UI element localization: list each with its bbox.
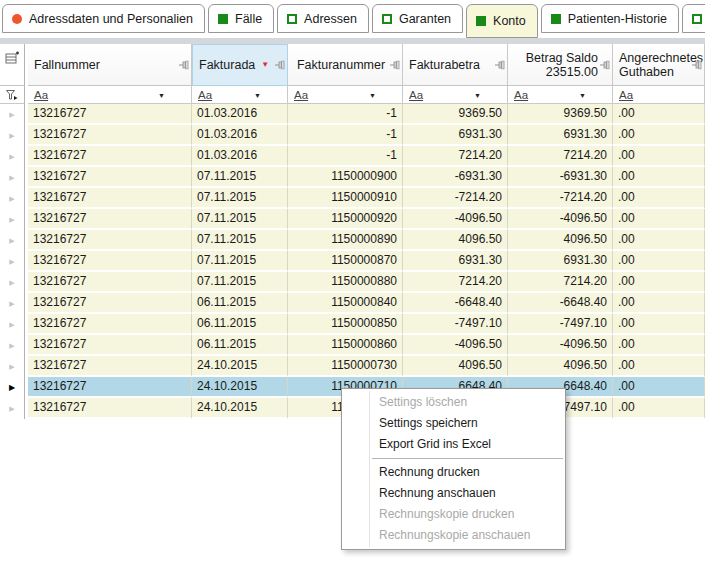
tab-patienten-historie[interactable]: Patienten-Historie [541, 4, 679, 33]
pin-column-icon[interactable] [692, 60, 703, 69]
table-row[interactable]: ▶1321672707.11.20151150000910-7214.20-72… [0, 188, 705, 209]
cell-fakturanummer: -1 [288, 146, 403, 167]
cell-betrag-saldo: -6648.40 [508, 293, 613, 314]
tab-label: Adressdaten und Personalien [29, 12, 193, 26]
filter-cell-fakturanummer[interactable]: Aa▼ [288, 86, 403, 104]
filter-cell-betrag-saldo[interactable]: Aa▼ [508, 86, 613, 104]
column-header-angerechnetes-guthaben[interactable]: AngerechnetesGuthaben [613, 44, 705, 86]
cell-fallnummer: 13216727 [28, 188, 192, 209]
table-row[interactable]: ▶1321672701.03.2016-19369.509369.50.00 [0, 104, 705, 125]
table-row[interactable]: ▶1321672724.10.201511500007304096.504096… [0, 356, 705, 377]
pin-column-icon[interactable] [495, 60, 506, 69]
row-indicator: ▶ [0, 125, 25, 146]
cell-fakturadatum: 24.10.2015 [192, 398, 288, 419]
table-row[interactable]: ▶1321672707.11.201511500008807214.207214… [0, 272, 705, 293]
table-row[interactable]: ▶1321672706.11.20151150000840-6648.40-66… [0, 293, 705, 314]
table-row[interactable]: ▶1321672707.11.201511500008904096.504096… [0, 230, 705, 251]
table-row[interactable]: ▶1321672707.11.201511500008706931.306931… [0, 251, 705, 272]
filter-row-button[interactable] [0, 86, 25, 104]
green-filled-square-icon [218, 14, 228, 24]
filter-dropdown-icon[interactable]: ▼ [474, 91, 481, 98]
cell-angerechnetes-guthaben: .00 [613, 377, 705, 398]
filter-cell-fallnummer[interactable]: Aa▼ [28, 86, 192, 104]
filter-dropdown-icon[interactable]: ▼ [579, 91, 586, 98]
cell-fallnummer: 13216727 [28, 356, 192, 377]
table-row[interactable]: ▶1321672707.11.20151150000920-4096.50-40… [0, 209, 705, 230]
menu-item-rechnungskopie-drucken: Rechnungskopie drucken [342, 504, 565, 525]
tab-garanten[interactable]: Garanten [372, 4, 463, 33]
menu-item-settings-löschen: Settings löschen [342, 392, 565, 413]
cell-fakturadatum: 07.11.2015 [192, 272, 288, 293]
cell-fakturanummer: 1150000890 [288, 230, 403, 251]
pin-column-icon[interactable] [179, 60, 190, 69]
cell-betrag-saldo: 4096.50 [508, 356, 613, 377]
filter-dropdown-icon[interactable]: ▼ [254, 91, 261, 98]
cell-angerechnetes-guthaben: .00 [613, 335, 705, 356]
filter-cell-fakturadatum[interactable]: Aa▼ [192, 86, 288, 104]
cell-betrag-saldo: -7214.20 [508, 188, 613, 209]
cell-fakturabetrag: 7214.20 [403, 146, 508, 167]
filter-dropdown-icon[interactable]: ▼ [369, 91, 376, 98]
column-header-fallnummer[interactable]: Fallnummer [28, 44, 192, 86]
grid-header-row: FallnummerFakturada▼FakturanummerFaktura… [0, 44, 705, 86]
cell-fakturanummer: 1150000870 [288, 251, 403, 272]
menu-item-rechnung-drucken[interactable]: Rechnung drucken [342, 462, 565, 483]
cell-angerechnetes-guthaben: .00 [613, 167, 705, 188]
cell-fallnummer: 13216727 [28, 251, 192, 272]
row-arrow-icon: ▶ [9, 300, 14, 307]
menu-item-export-grid-ins-excel[interactable]: Export Grid ins Excel [342, 434, 565, 455]
grid-rows: ▶1321672701.03.2016-19369.509369.50.00▶1… [0, 104, 705, 419]
table-row[interactable]: ▶1321672706.11.20151150000860-4096.50-40… [0, 335, 705, 356]
table-row[interactable]: ▶1321672701.03.2016-17214.207214.20.00 [0, 146, 705, 167]
cell-fallnummer: 13216727 [28, 335, 192, 356]
cell-fakturabetrag: 6931.30 [403, 251, 508, 272]
table-row[interactable]: ▶1321672707.11.20151150000900-6931.30-69… [0, 167, 705, 188]
filter-cell-angerechnetes-guthaben[interactable]: Aa [613, 86, 705, 104]
text-filter-aa-icon: Aa [198, 89, 212, 101]
tab-adressdaten-und-personalien[interactable]: Adressdaten und Personalien [2, 4, 205, 33]
filter-dropdown-icon[interactable]: ▼ [158, 91, 165, 98]
cell-fakturanummer: -1 [288, 125, 403, 146]
cell-fallnummer: 13216727 [28, 272, 192, 293]
tab-label: Garanten [399, 12, 451, 26]
cell-fakturanummer: 1150000840 [288, 293, 403, 314]
tab-zugeordnet[interactable]: Zugeordnet [682, 4, 705, 33]
tab-konto[interactable]: Konto [466, 4, 538, 38]
column-header-label: Fakturanummer [297, 58, 385, 72]
text-filter-aa-icon: Aa [409, 89, 423, 101]
table-row[interactable]: ▶1321672706.11.20151150000850-7497.10-74… [0, 314, 705, 335]
cell-angerechnetes-guthaben: .00 [613, 104, 705, 125]
table-row[interactable]: ▶1321672701.03.2016-16931.306931.30.00 [0, 125, 705, 146]
tab-adressen[interactable]: Adressen [277, 4, 369, 33]
tab-label: Fälle [235, 12, 262, 26]
pin-column-icon[interactable] [600, 60, 611, 69]
konto-window: Adressdaten und PersonalienFälleAdressen… [0, 0, 705, 580]
row-arrow-icon: ▶ [9, 216, 14, 223]
menu-item-rechnung-anschauen[interactable]: Rechnung anschauen [342, 483, 565, 504]
row-indicator: ▶ [0, 188, 25, 209]
column-header-label: Angerechnetes [619, 51, 703, 65]
column-header-fakturanummer[interactable]: Fakturanummer [288, 44, 403, 86]
column-header-label: Guthaben [619, 65, 674, 79]
row-arrow-icon: ▶ [9, 174, 14, 181]
cell-fakturabetrag: 6931.30 [403, 125, 508, 146]
cell-fakturanummer: 1150000900 [288, 167, 403, 188]
cell-fakturabetrag: -6648.40 [403, 293, 508, 314]
grid-customize-button[interactable] [0, 44, 25, 86]
cell-fakturabetrag: -4096.50 [403, 335, 508, 356]
cell-betrag-saldo: 9369.50 [508, 104, 613, 125]
row-arrow-icon: ▶ [9, 363, 14, 370]
filter-cell-fakturabetrag[interactable]: Aa▼ [403, 86, 508, 104]
column-header-fakturabetrag[interactable]: Fakturabetra [403, 44, 508, 86]
column-header-fakturadatum[interactable]: Fakturada▼ [192, 44, 288, 86]
tab-fälle[interactable]: Fälle [208, 4, 274, 33]
row-indicator: ▶ [0, 356, 25, 377]
menu-item-settings-speichern[interactable]: Settings speichern [342, 413, 565, 434]
pin-column-icon[interactable] [390, 60, 401, 69]
text-filter-aa-icon: Aa [294, 89, 308, 101]
cell-fallnummer: 13216727 [28, 167, 192, 188]
green-outline-square-icon [382, 14, 392, 24]
pin-column-icon[interactable] [275, 61, 286, 70]
column-header-betrag-saldo[interactable]: Betrag Saldo23515.00 [508, 44, 613, 86]
row-arrow-icon: ▶ [9, 321, 14, 328]
